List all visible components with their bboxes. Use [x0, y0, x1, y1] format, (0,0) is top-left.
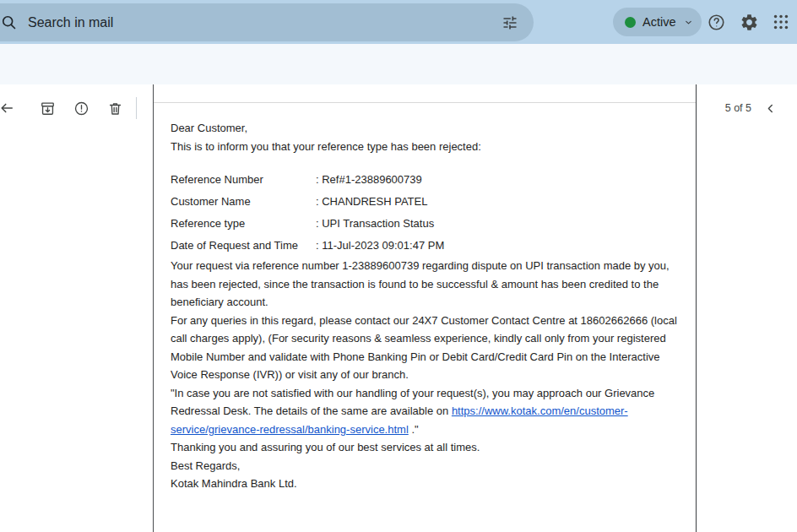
- detail-value: : 11-Jul-2023 09:01:47 PM: [316, 236, 444, 255]
- help-icon: [707, 13, 726, 32]
- help-button[interactable]: [706, 12, 726, 32]
- archive-icon: [40, 100, 56, 117]
- status-chip[interactable]: Active: [613, 8, 702, 36]
- report-spam-icon: [73, 100, 89, 117]
- gear-icon: [740, 13, 759, 32]
- intro-line: This is to inform you that your referenc…: [171, 138, 682, 156]
- salutation: Dear Customer,: [171, 119, 682, 138]
- trash-icon: [107, 100, 123, 117]
- apps-grid-icon: [772, 13, 790, 31]
- closing-regards: Best Regards,: [171, 457, 682, 475]
- grievance-paragraph: "In case you are not satisfied with our …: [171, 384, 682, 439]
- back-button[interactable]: [0, 100, 15, 117]
- gmail-screen: Active: [0, 0, 797, 532]
- pagination-count: 5 of 5: [713, 102, 751, 114]
- rejection-paragraph: Your request via reference number 1-2388…: [171, 257, 682, 312]
- detail-value: : CHANDRESH PATEL: [316, 193, 427, 211]
- detail-row: Customer Name : CHANDRESH PATEL: [171, 191, 682, 213]
- detail-row: Reference Number : Ref#1-23889600739: [171, 169, 682, 191]
- delete-button[interactable]: [106, 100, 123, 117]
- detail-row: Date of Request and Time : 11-Jul-2023 0…: [171, 235, 682, 257]
- detail-label: Date of Request and Time: [171, 236, 316, 255]
- grievance-text-after: .": [409, 423, 419, 436]
- detail-value: : UPI Transaction Status: [316, 214, 434, 233]
- queries-paragraph: For any queries in this regard, please c…: [171, 312, 682, 384]
- detail-value: : Ref#1-23889600739: [316, 171, 422, 189]
- email-body: Dear Customer, This is to inform you tha…: [154, 103, 696, 493]
- newer-email-button[interactable]: [762, 100, 778, 116]
- arrow-back-icon: [0, 100, 15, 117]
- reference-details-table: Reference Number : Ref#1-23889600739 Cus…: [171, 169, 682, 257]
- search-options-icon[interactable]: [502, 14, 518, 31]
- chevron-left-icon: [763, 101, 778, 116]
- email-content-card: Dear Customer, This is to inform you tha…: [153, 84, 697, 532]
- apps-grid-button[interactable]: [771, 12, 791, 32]
- archive-button[interactable]: [39, 100, 56, 117]
- email-header-spacer: [154, 84, 696, 103]
- report-spam-button[interactable]: [73, 100, 89, 117]
- search-input[interactable]: [28, 15, 534, 30]
- status-label: Active: [642, 15, 676, 29]
- closing-thanks: Thanking you and assuring you of our bes…: [171, 438, 682, 457]
- detail-label: Customer Name: [171, 193, 316, 211]
- search-icon: [0, 14, 18, 31]
- detail-label: Reference type: [171, 214, 316, 233]
- toolbar-divider: [136, 97, 137, 119]
- detail-row: Reference type : UPI Transaction Status: [171, 213, 682, 235]
- detail-label: Reference Number: [171, 171, 316, 189]
- settings-button[interactable]: [739, 12, 759, 32]
- closing-signature: Kotak Mahindra Bank Ltd.: [171, 475, 682, 493]
- chevron-down-icon: [684, 18, 693, 27]
- active-status-dot-icon: [625, 17, 636, 28]
- app-header: Active: [0, 0, 797, 44]
- email-toolbar: 5 of 5: [0, 44, 797, 84]
- search-bar[interactable]: [0, 3, 534, 41]
